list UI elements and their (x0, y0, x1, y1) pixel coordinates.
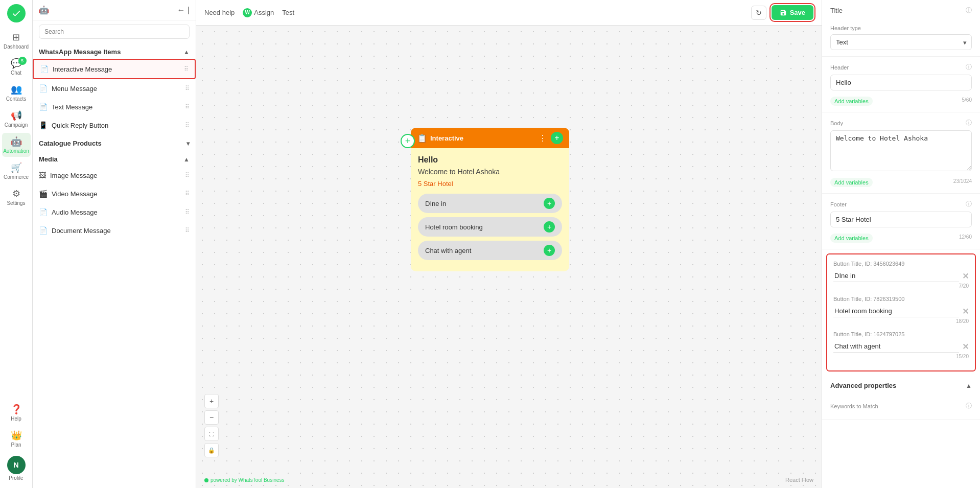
btn1-close-button[interactable]: ✕ (962, 271, 969, 281)
lock-button[interactable]: 🔒 (204, 443, 219, 457)
catalogue-section-title: Catalogue Products (39, 140, 102, 147)
watermark: powered by WhatsTool Business (204, 477, 285, 483)
footer-label: Footer ⓘ (830, 200, 972, 208)
header-label: Header ⓘ (830, 63, 972, 72)
refresh-button[interactable]: ↻ (751, 6, 766, 20)
whatsapp-icon: W (243, 8, 252, 17)
sidebar-item-contacts[interactable]: 👥 Contacts (2, 81, 31, 105)
body-info-icon: ⓘ (966, 119, 972, 127)
zoom-out-button[interactable]: − (204, 410, 219, 425)
sidebar-item-dashboard[interactable]: ⊞ Dashboard (2, 29, 31, 53)
node-menu-button[interactable]: ⋮ (539, 133, 547, 143)
media-chevron: ▲ (183, 156, 190, 163)
sidebar-item-label: Plan (11, 442, 21, 448)
menu-item-document[interactable]: 📄 Document Message ⠿ (33, 221, 196, 240)
node-button-3[interactable]: Chat with agent + (418, 241, 562, 260)
menu-item-label: Interactive Message (53, 65, 112, 73)
need-help-link[interactable]: Need help (204, 9, 235, 16)
sidebar-item-campaign[interactable]: 📢 Campaign (2, 107, 31, 131)
menu-item-interactive[interactable]: 📄 Interactive Message ⠿ (33, 59, 196, 79)
btn3-input[interactable] (833, 340, 959, 353)
assign-link[interactable]: W Assign (243, 8, 274, 17)
fit-button[interactable]: ⛶ (204, 427, 219, 441)
header-input[interactable] (830, 75, 972, 90)
media-section-title: Media (39, 155, 58, 163)
header-type-select[interactable]: Text Image Video Document (830, 34, 972, 50)
add-left-button[interactable]: + (401, 134, 415, 148)
canvas-controls: + − ⛶ 🔒 (204, 394, 219, 457)
sidebar-item-settings[interactable]: ⚙ Settings (2, 185, 31, 209)
sidebar-item-profile[interactable]: N Profile (2, 453, 31, 484)
node-button-3-add[interactable]: + (544, 245, 555, 256)
btn1-input[interactable] (833, 270, 959, 282)
contacts-icon: 👥 (11, 84, 22, 95)
header-add-variables[interactable]: Add variables (830, 97, 873, 106)
save-label: Save (790, 9, 805, 16)
audio-icon: 📄 (39, 208, 48, 216)
help-icon: ❓ (11, 404, 22, 415)
image-icon: 🖼 (39, 171, 46, 179)
sidebar-item-help[interactable]: ❓ Help (2, 401, 31, 425)
advanced-chevron: ▲ (966, 382, 972, 389)
btn1-char-count: 7/20 (833, 283, 969, 289)
node-button-1-add[interactable]: + (544, 198, 555, 209)
whatsapp-section-header[interactable]: WhatsApp Message Items ▲ (33, 43, 196, 59)
node-button-2[interactable]: Hotel room booking + (418, 217, 562, 237)
zoom-in-button[interactable]: + (204, 394, 219, 408)
node-add-left: + (401, 134, 415, 148)
menu-item-text-message[interactable]: 📄 Text Message ⠿ (33, 98, 196, 116)
media-section-header[interactable]: Media ▲ (33, 150, 196, 166)
catalogue-chevron: ▾ (186, 140, 190, 147)
search-input[interactable] (39, 25, 190, 39)
chat-badge: 5 (18, 57, 27, 65)
drag-icon: ⠿ (185, 122, 190, 129)
body-textarea[interactable]: Welcome to Hotel Ashoka (830, 130, 972, 171)
menu-item-audio[interactable]: 📄 Audio Message ⠿ (33, 203, 196, 221)
logo[interactable] (7, 4, 26, 22)
sidebar-item-chat[interactable]: 5 💬 Chat (2, 55, 31, 79)
canvas[interactable]: + 📋 Interactive ⋮ + Hello Welcome to Hot… (196, 26, 822, 488)
automation-icon: 🤖 (11, 136, 22, 147)
catalogue-section-header[interactable]: Catalogue Products ▾ (33, 134, 196, 150)
title-info-icon: ⓘ (966, 6, 972, 15)
sidebar-item-label: Automation (3, 148, 29, 154)
sidebar-item-plan[interactable]: 👑 Plan (2, 427, 31, 451)
advanced-properties-header[interactable]: Advanced properties ▲ (822, 376, 980, 396)
node-header: 📋 Interactive ⋮ + (411, 128, 569, 148)
footer-char-count: 12/60 (959, 234, 972, 240)
node-add-button[interactable]: + (551, 132, 563, 144)
node-button-1[interactable]: DIne in + (418, 194, 562, 213)
button-sections: Button Title, ID: 3456023649 ✕ 7/20 Butt… (826, 253, 976, 371)
drag-icon: ⠿ (185, 208, 190, 216)
btn2-label: Button Title, ID: 7826319500 (833, 296, 969, 302)
sidebar-item-automation[interactable]: 🤖 Automation (2, 133, 31, 157)
menu-item-menu-message[interactable]: 📄 Menu Message ⠿ (33, 79, 196, 98)
assign-label: Assign (254, 9, 274, 16)
node-header-left: 📋 Interactive (417, 133, 463, 143)
back-icon[interactable]: ← | (177, 6, 190, 15)
menu-item-left: 📄 Menu Message (39, 84, 97, 92)
keywords-section: Keywords to Match ⓘ (822, 396, 980, 420)
node-button-2-add[interactable]: + (544, 221, 555, 233)
save-button[interactable]: Save (772, 5, 813, 20)
btn3-input-row: ✕ (833, 340, 969, 353)
menu-item-image[interactable]: 🖼 Image Message ⠿ (33, 166, 196, 184)
footer-input[interactable] (830, 212, 972, 227)
btn2-close-button[interactable]: ✕ (962, 307, 969, 316)
watermark-dot (204, 478, 208, 482)
btn3-close-button[interactable]: ✕ (962, 342, 969, 352)
interactive-node[interactable]: + 📋 Interactive ⋮ + Hello Welcome to Hot… (411, 128, 569, 271)
menu-item-quick-reply[interactable]: 📱 Quick Reply Button ⠿ (33, 116, 196, 134)
menu-item-left: 📄 Interactive Message (40, 65, 112, 73)
sidebar-item-commerce[interactable]: 🛒 Commerce (2, 159, 31, 183)
avatar: N (7, 456, 26, 474)
campaign-icon: 📢 (11, 110, 22, 121)
footer-add-variables[interactable]: Add variables (830, 234, 873, 243)
node-subtitle: Welcome to Hotel Ashoka (418, 168, 562, 176)
quick-reply-icon: 📱 (39, 121, 48, 129)
btn2-input[interactable] (833, 305, 959, 317)
body-add-variables[interactable]: Add variables (830, 178, 873, 187)
test-link[interactable]: Test (282, 9, 294, 16)
menu-item-video[interactable]: 🎬 Video Message ⠿ (33, 184, 196, 203)
interactive-message-icon: 📄 (40, 65, 49, 73)
